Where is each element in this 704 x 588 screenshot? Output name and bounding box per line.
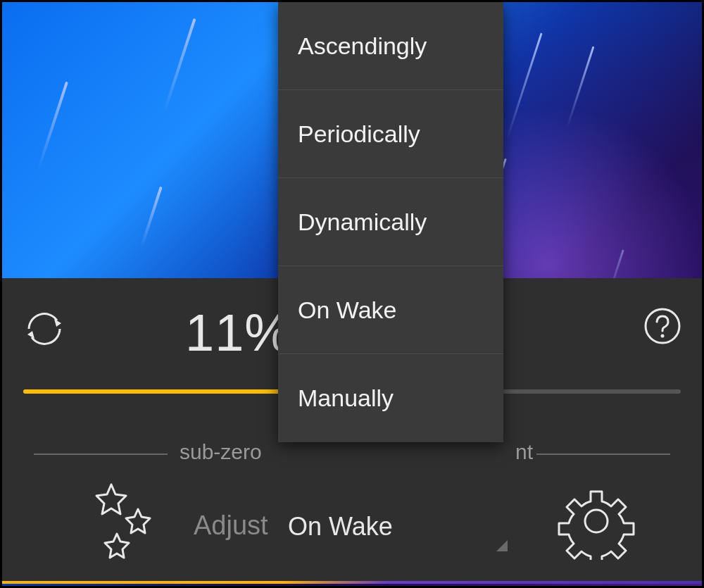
- svg-point-1: [661, 334, 665, 338]
- dropdown-item[interactable]: Dynamically: [278, 178, 503, 266]
- dropdown-item[interactable]: Manually: [278, 354, 503, 442]
- gear-icon[interactable]: [558, 482, 635, 560]
- adjust-mode-dropdown[interactable]: AscendinglyPeriodicallyDynamicallyOn Wak…: [278, 2, 503, 442]
- svg-point-2: [585, 510, 608, 532]
- refresh-icon[interactable]: [22, 306, 67, 351]
- legend-right: nt: [515, 440, 533, 464]
- stars-icon[interactable]: [83, 481, 161, 565]
- dropdown-item[interactable]: Ascendingly: [278, 2, 503, 90]
- legend-left: sub-zero: [180, 440, 262, 464]
- adjust-label: Adjust: [194, 511, 268, 541]
- help-icon[interactable]: [643, 306, 682, 346]
- dropdown-item[interactable]: On Wake: [278, 266, 503, 354]
- adjust-mode-value: On Wake: [288, 512, 393, 541]
- brightness-percent: 11%: [185, 303, 291, 363]
- adjust-mode-spinner[interactable]: On Wake: [284, 503, 509, 553]
- dropdown-item[interactable]: Periodically: [278, 90, 503, 178]
- svg-point-0: [646, 309, 679, 343]
